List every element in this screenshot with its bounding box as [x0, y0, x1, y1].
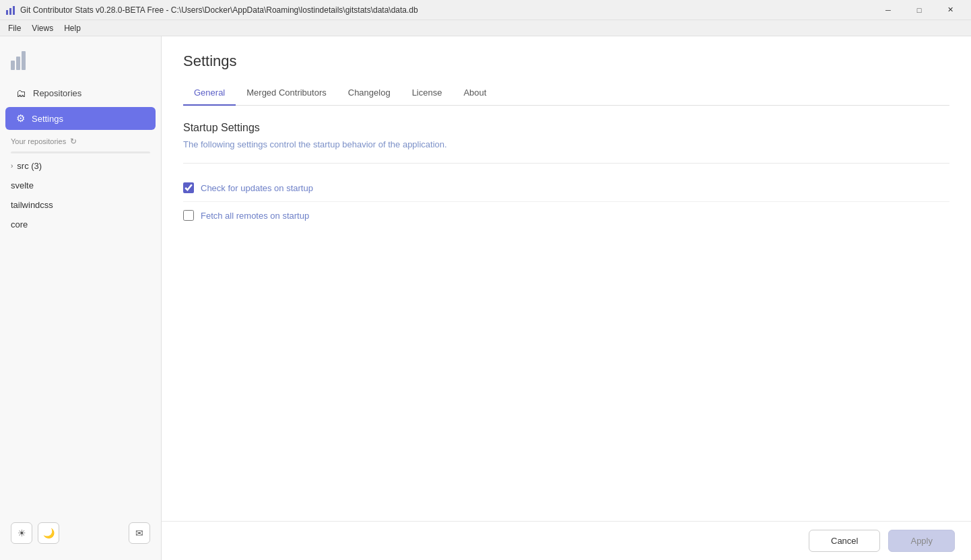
repositories-label: Repositories	[33, 88, 81, 98]
repo-name-core: core	[11, 219, 28, 230]
check-updates-label[interactable]: Check for updates on startup	[201, 183, 313, 193]
repo-item-core[interactable]: core	[0, 215, 161, 234]
tab-changelog[interactable]: Changelog	[337, 81, 401, 106]
app-icon	[5, 5, 16, 15]
maximize-button[interactable]: □	[904, 0, 935, 20]
folder-icon: 🗂	[16, 88, 26, 99]
light-mode-button[interactable]: ☀	[11, 522, 32, 544]
repo-item-svelte[interactable]: svelte	[0, 176, 161, 195]
check-updates-checkbox[interactable]	[183, 182, 194, 193]
dark-mode-button[interactable]: 🌙	[38, 522, 59, 544]
page-title: Settings	[183, 53, 949, 70]
logo-icon	[11, 50, 26, 70]
checkbox-row-check-updates: Check for updates on startup	[183, 174, 949, 202]
menu-views[interactable]: Views	[26, 22, 59, 34]
apply-button[interactable]: Apply	[888, 530, 955, 552]
repo-item-tailwindcss[interactable]: tailwindcss	[0, 195, 161, 215]
gear-icon: ⚙	[16, 112, 25, 125]
settings-tabs: General Merged Contributors Changelog Li…	[183, 81, 949, 106]
refresh-icon[interactable]: ↻	[70, 137, 77, 146]
repo-name-src: src (3)	[17, 161, 42, 171]
feedback-button[interactable]: ✉	[129, 522, 150, 544]
fetch-remotes-checkbox[interactable]	[183, 210, 194, 221]
repo-name-svelte: svelte	[11, 180, 34, 190]
sidebar-logo	[0, 44, 161, 81]
svg-rect-1	[9, 8, 11, 15]
window-controls: ─ □ ✕	[873, 0, 966, 20]
tab-license[interactable]: License	[401, 81, 453, 106]
repo-divider	[11, 151, 150, 153]
menubar: File Views Help	[0, 20, 971, 36]
your-repositories-label: Your repositories	[11, 137, 66, 145]
tab-about[interactable]: About	[453, 81, 497, 106]
sidebar-bottom: ☀ 🌙 ✉	[0, 514, 161, 552]
menu-file[interactable]: File	[3, 22, 26, 34]
section-title: Startup Settings	[183, 122, 949, 134]
chevron-right-icon: ›	[11, 162, 13, 170]
menu-help[interactable]: Help	[59, 22, 86, 34]
sidebar-item-repositories[interactable]: 🗂 Repositories	[5, 82, 156, 104]
settings-label: Settings	[32, 114, 63, 124]
repo-name-tailwindcss: tailwindcss	[11, 200, 53, 210]
checkbox-row-fetch-remotes: Fetch all remotes on startup	[183, 202, 949, 229]
content-area: Settings General Merged Contributors Cha…	[162, 36, 971, 521]
app-body: 🗂 Repositories ⚙ Settings Your repositor…	[0, 36, 971, 560]
close-button[interactable]: ✕	[935, 0, 966, 20]
minimize-button[interactable]: ─	[873, 0, 904, 20]
sidebar-item-settings[interactable]: ⚙ Settings	[5, 107, 156, 130]
settings-divider	[183, 163, 949, 164]
svg-rect-0	[6, 10, 8, 15]
section-desc: The following settings control the start…	[183, 139, 949, 149]
your-repositories-section: Your repositories ↻	[0, 131, 161, 149]
titlebar: Git Contributor Stats v0.28.0-BETA Free …	[0, 0, 971, 20]
cancel-button[interactable]: Cancel	[809, 530, 880, 552]
footer: Cancel Apply	[162, 521, 971, 560]
tab-merged-contributors[interactable]: Merged Contributors	[236, 81, 337, 106]
main-content: Settings General Merged Contributors Cha…	[162, 36, 971, 560]
sidebar: 🗂 Repositories ⚙ Settings Your repositor…	[0, 36, 162, 560]
fetch-remotes-label[interactable]: Fetch all remotes on startup	[201, 211, 309, 221]
tab-general[interactable]: General	[183, 81, 236, 106]
window-title: Git Contributor Stats v0.28.0-BETA Free …	[20, 5, 873, 15]
repo-item-src[interactable]: › src (3)	[0, 156, 161, 176]
svg-rect-2	[13, 6, 15, 15]
